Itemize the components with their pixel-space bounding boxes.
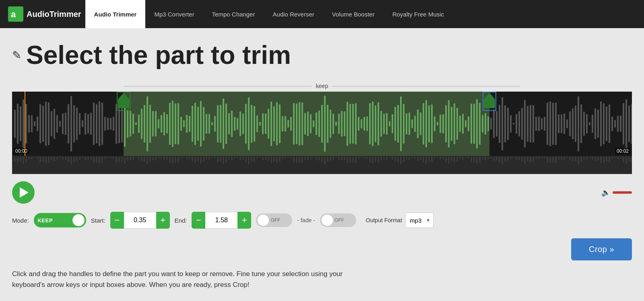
svg-rect-377	[440, 157, 441, 159]
svg-rect-412	[538, 157, 540, 159]
svg-rect-370	[420, 157, 421, 160]
svg-rect-272	[144, 157, 145, 162]
end-input[interactable]	[205, 212, 237, 229]
svg-rect-173	[493, 110, 495, 138]
page-title: Select the part to trim	[26, 40, 291, 70]
svg-rect-256	[99, 157, 100, 163]
svg-rect-125	[358, 117, 359, 131]
svg-rect-329	[304, 157, 306, 160]
svg-rect-347	[355, 157, 357, 163]
fade-toggle-2[interactable]: OFF	[320, 213, 356, 227]
fade-section-1: OFF	[256, 213, 292, 227]
svg-rect-249	[79, 157, 80, 160]
nav-item-royalty-free-music[interactable]: Royalty Free Music	[384, 0, 453, 28]
main-content: ✎ Select the part to trim keep	[0, 28, 644, 301]
svg-rect-91	[262, 113, 264, 134]
fade-toggle-1[interactable]: OFF	[256, 213, 292, 227]
playhead	[25, 92, 25, 156]
svg-rect-321	[282, 157, 283, 159]
handle-right-box	[483, 92, 496, 111]
keep-label-row: keep	[12, 81, 632, 91]
svg-rect-35	[104, 117, 106, 131]
mode-toggle[interactable]: KEEP	[34, 213, 86, 227]
nav-item-audio-trimmer[interactable]: Audio Trimmer	[85, 0, 146, 28]
svg-rect-396	[493, 157, 495, 161]
svg-rect-81	[234, 117, 235, 131]
svg-rect-273	[147, 157, 148, 165]
svg-rect-420	[561, 157, 562, 160]
svg-rect-88	[254, 106, 255, 141]
svg-rect-252	[87, 157, 89, 160]
end-increment-button[interactable]: +	[237, 212, 251, 229]
svg-rect-274	[149, 157, 151, 162]
start-decrement-button[interactable]: −	[110, 212, 124, 229]
waveform-reflection	[12, 156, 632, 174]
svg-rect-6	[23, 100, 24, 148]
svg-rect-404	[516, 157, 517, 160]
svg-rect-198	[564, 114, 565, 134]
svg-rect-80	[231, 111, 233, 137]
svg-rect-206	[586, 114, 588, 133]
svg-rect-99	[285, 116, 286, 131]
end-decrement-button[interactable]: −	[192, 212, 205, 229]
svg-rect-227	[17, 157, 19, 162]
nav-item-volume-booster[interactable]: Volume Booster	[323, 0, 384, 28]
nav-item-tempo-changer[interactable]: Tempo Changer	[203, 0, 264, 28]
svg-rect-36	[107, 118, 109, 130]
nav-item-mp3-converter[interactable]: Mp3 Converter	[145, 0, 203, 28]
svg-rect-375	[434, 157, 436, 159]
nav-item-audio-reverser[interactable]: Audio Reverser	[264, 0, 323, 28]
svg-rect-248	[76, 157, 78, 161]
svg-rect-10	[34, 121, 35, 126]
handle-right[interactable]	[484, 92, 495, 111]
svg-rect-207	[589, 122, 590, 125]
svg-rect-71	[206, 114, 207, 134]
svg-rect-328	[301, 157, 303, 163]
svg-rect-334	[318, 157, 320, 160]
end-control: − +	[192, 212, 251, 229]
output-select[interactable]: mp3 wav ogg m4a	[405, 213, 433, 228]
start-input[interactable]	[124, 212, 156, 229]
svg-rect-31	[93, 102, 95, 145]
svg-rect-437	[609, 157, 610, 162]
svg-rect-222	[631, 104, 632, 144]
svg-rect-358	[386, 157, 388, 160]
svg-rect-19	[59, 121, 61, 127]
svg-rect-67	[194, 103, 196, 145]
svg-rect-217	[617, 116, 619, 132]
svg-rect-3	[14, 110, 16, 138]
start-label: Start:	[91, 217, 105, 224]
svg-rect-426	[578, 157, 579, 165]
svg-rect-438	[611, 157, 613, 159]
svg-rect-175	[499, 105, 500, 143]
svg-rect-184	[524, 100, 526, 147]
svg-rect-16	[51, 111, 52, 137]
waveform-wrapper[interactable]: 00:00 00:02	[12, 92, 632, 156]
volume-bar[interactable]	[613, 191, 632, 194]
svg-rect-330	[307, 157, 309, 160]
svg-rect-327	[299, 157, 300, 163]
crop-row: Crop »	[12, 234, 632, 268]
svg-rect-208	[592, 115, 593, 133]
start-increment-button[interactable]: +	[156, 212, 170, 229]
svg-rect-87	[251, 105, 252, 143]
svg-rect-61	[178, 103, 179, 144]
play-button[interactable]	[12, 181, 35, 204]
svg-rect-65	[189, 116, 190, 132]
svg-rect-242	[59, 157, 61, 158]
svg-rect-119	[341, 111, 343, 136]
svg-rect-13	[42, 106, 44, 142]
svg-rect-354	[375, 157, 376, 162]
svg-rect-262	[116, 157, 117, 162]
logo[interactable]: a AudioTrimmer	[8, 6, 81, 22]
svg-rect-202	[575, 106, 576, 142]
svg-rect-243	[62, 157, 64, 160]
crop-button[interactable]: Crop »	[571, 238, 632, 260]
svg-rect-400	[504, 157, 506, 162]
svg-rect-230	[25, 157, 27, 162]
handle-left[interactable]	[118, 92, 129, 111]
svg-rect-156	[445, 105, 447, 142]
svg-rect-364	[403, 157, 405, 162]
svg-rect-270	[138, 157, 140, 160]
svg-rect-183	[521, 108, 523, 139]
